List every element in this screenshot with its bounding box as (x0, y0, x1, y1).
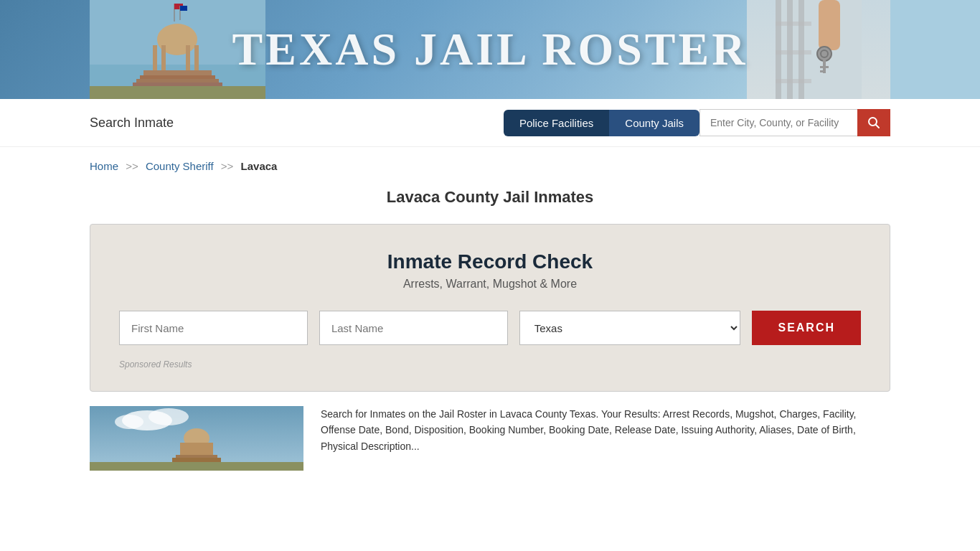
breadcrumb: Home >> County Sheriff >> Lavaca (0, 147, 980, 179)
svg-rect-23 (820, 70, 826, 72)
breadcrumb-sep1: >> (126, 160, 138, 172)
svg-rect-12 (90, 86, 265, 99)
nav-bar: Search Inmate Police Facilities County J… (0, 99, 980, 147)
bottom-image (90, 406, 303, 471)
svg-rect-5 (161, 45, 166, 72)
page-title: Lavaca County Jail Inmates (0, 179, 980, 224)
svg-rect-22 (820, 66, 829, 68)
svg-point-35 (149, 408, 189, 425)
first-name-input[interactable] (119, 311, 308, 345)
svg-rect-16 (180, 6, 187, 11)
keys-image (747, 0, 890, 99)
inmate-search-card: Inmate Record Check Arrests, Warrant, Mu… (90, 224, 890, 392)
svg-rect-24 (776, 0, 781, 99)
svg-point-36 (115, 415, 143, 429)
breadcrumb-current: Lavaca (241, 160, 278, 172)
inmate-check-title: Inmate Record Check (119, 250, 861, 273)
search-inmate-label: Search Inmate (90, 116, 174, 131)
svg-rect-25 (787, 0, 793, 99)
svg-rect-38 (185, 439, 208, 443)
sponsored-results-label: Sponsored Results (119, 359, 861, 369)
breadcrumb-home[interactable]: Home (90, 160, 118, 172)
svg-rect-28 (776, 50, 811, 55)
county-jails-btn[interactable]: County Jails (609, 110, 699, 136)
police-facilities-btn[interactable]: Police Facilities (504, 110, 609, 136)
bottom-description: Search for Inmates on the Jail Roster in… (303, 406, 890, 454)
breadcrumb-sep2: >> (221, 160, 234, 172)
bottom-section: Search for Inmates on the Jail Roster in… (0, 392, 980, 471)
inmate-search-button[interactable]: SEARCH (752, 311, 861, 345)
facility-search-input[interactable] (699, 109, 857, 136)
svg-rect-29 (776, 79, 811, 83)
nav-right: Police Facilities County Jails (504, 109, 890, 136)
svg-rect-18 (819, 0, 840, 50)
breadcrumb-county-sheriff[interactable]: County Sheriff (146, 160, 214, 172)
svg-rect-4 (153, 45, 157, 72)
facility-search-button[interactable] (857, 109, 890, 136)
header-banner: Texas Jail Roster (0, 0, 980, 99)
svg-rect-26 (798, 0, 804, 99)
svg-rect-42 (90, 462, 303, 471)
search-icon (867, 116, 880, 129)
svg-rect-27 (776, 22, 811, 26)
svg-rect-6 (186, 45, 190, 72)
site-title: Texas Jail Roster (232, 23, 748, 76)
search-fields: Texas Alabama Alaska Arizona Arkansas Ca… (119, 311, 861, 345)
svg-rect-7 (194, 45, 199, 72)
last-name-input[interactable] (319, 311, 508, 345)
svg-rect-3 (164, 39, 190, 45)
state-select[interactable]: Texas Alabama Alaska Arizona Arkansas Ca… (519, 311, 741, 345)
inmate-check-subtitle: Arrests, Warrant, Mugshot & More (119, 278, 861, 291)
svg-line-31 (876, 125, 880, 128)
